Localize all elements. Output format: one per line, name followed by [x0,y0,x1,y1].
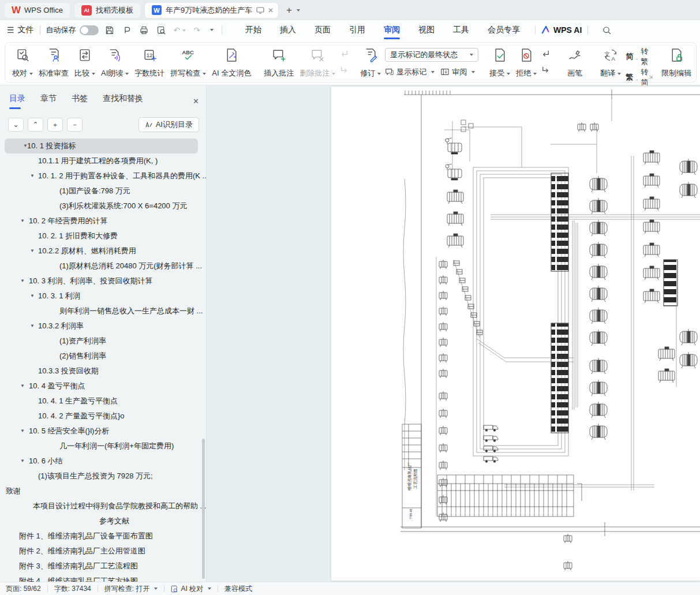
toc-collapse-icon[interactable]: ▼ [30,244,35,259]
tab-list-dropdown-icon[interactable] [297,9,300,12]
close-sidebar-icon[interactable]: ✕ [193,97,199,106]
markup-state-dropdown[interactable]: 显示标记的最终状态 [385,48,478,62]
insert-comment-button[interactable]: 插入批注 [261,45,297,80]
next-comment-icon[interactable] [339,64,349,76]
toc-collapse-icon[interactable]: ▼ [30,319,35,334]
toc-collapse-icon[interactable]: ▼ [20,274,25,289]
spellcheck-status[interactable]: 拼写检查: 打开 [104,584,158,594]
toc-item[interactable]: ▼10. 3. 1 利润 [0,289,200,304]
menu-item-3[interactable]: 引用 [340,21,375,39]
document-page[interactable]: 维维济南乳品厂 工艺流程图 7769-49 [331,87,700,581]
toc-collapse-icon[interactable]: ▼ [30,169,35,184]
expand-all-button[interactable]: ⌃ [28,118,43,132]
to-traditional-button[interactable]: 简→ 转繁 [626,46,649,67]
to-simplified-button[interactable]: 繁→ 转简 [626,67,649,88]
word-count-indicator[interactable]: 字数: 37434 [54,584,91,594]
ai-read-aloud-button[interactable]: AI朗读 [98,45,132,80]
reject-changes-button[interactable]: 拒绝 [513,45,540,80]
toc-item[interactable]: (1)该项目生产总投资为 7928 万元; [0,469,200,484]
search-icon[interactable] [602,25,612,35]
toc-item[interactable]: (1)国产设备:798 万元 [0,184,200,199]
accept-changes-button[interactable]: 接受 [486,45,513,80]
toc-item[interactable]: 本项目设计过程中得到食品学院教授和高工的帮助 ... [0,499,200,514]
toc-item[interactable]: 10.1.1 用于建筑工程的各项费用(K, ) [0,154,200,169]
standard-review-button[interactable]: 标准审查 [36,45,72,80]
redo-icon[interactable]: ↷ [193,25,200,35]
toc-item[interactable]: (1)资产利润率 [0,334,200,349]
sidebar-tab-3[interactable]: 查找和替换 [103,93,143,109]
toc-item[interactable]: 附件 3、维维济南乳品厂工艺流程图 [0,559,200,574]
previous-change-icon[interactable] [541,49,551,61]
undo-icon[interactable]: ↶ [174,25,186,35]
save-icon[interactable] [104,25,114,35]
spell-check-button[interactable]: ABC 拼写检查 [167,45,209,80]
proofread-button[interactable]: 校对 [9,45,36,80]
toc-item[interactable]: ▼10. 4 盈亏平衡点 [0,379,200,394]
sidebar-scrollbar[interactable] [202,439,205,579]
tab-document[interactable]: W 年产9万吨液态奶的生产车间设 ✕ [145,3,278,18]
menu-item-0[interactable]: 开始 [236,21,271,39]
menu-item-6[interactable]: 工具 [444,21,478,39]
toc-item[interactable]: 几一年利润一(年利润+年固定费用) [0,439,200,454]
toc-item[interactable]: (3)利乐枕灌装系统:700 X 6=4200 万元 [0,199,200,214]
toc-item[interactable]: 致谢 [0,484,200,499]
toc-collapse-icon[interactable]: ▼ [20,379,25,394]
group-expander-icon[interactable]: ⇲ [649,74,653,80]
toc-item[interactable]: 10. 2. 1 折旧费和大修费 [0,229,200,244]
delete-comment-button[interactable]: 删除批注 [297,45,338,80]
document-workspace[interactable]: 维维济南乳品厂 工艺流程图 7769-49 [207,85,700,582]
sidebar-tab-1[interactable]: 章节 [40,93,57,109]
review-pane-button[interactable]: 审阅 [440,67,475,77]
page-indicator[interactable]: 页面: 59/62 [6,584,41,594]
compare-button[interactable]: 比较 [72,45,98,80]
file-menu[interactable]: 文件 [18,25,34,35]
menu-item-1[interactable]: 插入 [271,21,305,39]
menu-item-2[interactable]: 页面 [305,21,340,39]
screen-share-icon[interactable] [256,7,264,14]
word-count-button[interactable]: 12 字数统计 [132,45,167,80]
toc-item[interactable]: ▼10. 3 利润、利润率、投资回收期计算 [0,274,200,289]
zoom-in-toc-button[interactable]: ＋ [47,118,63,132]
toc-collapse-icon[interactable]: ▼ [20,214,25,229]
track-changes-button[interactable]: 修订 [357,45,384,80]
toc-item[interactable]: (1)原材料总消耗 20480 万元(财务部计算 ... [0,259,200,274]
autosave-control[interactable]: 自动保存 [46,25,99,35]
menu-item-7[interactable]: 会员专享 [478,21,529,39]
ai-proofread-status[interactable]: AI 校对 [171,584,211,594]
next-change-icon[interactable] [541,64,551,76]
translate-button[interactable]: 文A 翻译 [598,45,623,80]
ink-brush-button[interactable]: 画笔 [559,45,591,80]
restrict-editing-button[interactable]: 限制编辑 [658,45,694,80]
toc-item[interactable]: (2)销售利润率 [0,349,200,364]
toc-item[interactable]: 附件 2、维维济南乳品厂主公用管道图 [0,544,200,559]
new-tab-button[interactable]: + [286,5,292,16]
zoom-out-toc-button[interactable]: － [67,118,83,132]
toc-item[interactable]: 10.3.3 投资回收期 [0,364,200,379]
toc-item[interactable]: 10. 4. 2 产量盈亏平衡点}o [0,409,200,424]
tab-docer-templates[interactable]: AI 找稻壳模板 [74,3,140,18]
show-markup-button[interactable]: 显示标记 [385,67,435,77]
wps-ai-button[interactable]: WPS AI [541,25,582,35]
toc-item[interactable]: 参考文献 [0,514,200,529]
sidebar-tab-0[interactable]: 目录 [9,93,25,109]
toc-item[interactable]: ▼10.2.2 原材料、燃料消耗费用 [0,244,200,259]
toc-collapse-icon[interactable]: ▼ [20,454,25,469]
toc-item[interactable]: 附件 1、维维济南乳品厂设备平面布置图 [0,529,200,544]
toc-item[interactable]: ▼10. 1. 2 用于购置各种设备、工具和器具的费用(K ... [0,169,200,184]
tab-wps-home[interactable]: W WPS Office [5,3,70,18]
toc-item[interactable]: ▼10. 2 年经营费用的计算 [0,214,200,229]
autosave-toggle[interactable] [80,25,99,35]
toc-item[interactable]: 则年利润一销售总收入一生产总成本一财 ... [0,304,200,319]
quickbar-more-icon[interactable] [210,29,214,31]
export-pdf-icon[interactable] [122,25,132,35]
ai-polish-button[interactable]: AI 全文润色 [209,45,254,80]
toc-item[interactable]: ▼10. 6 小结 [0,454,200,469]
close-tab-icon[interactable]: ✕ [268,6,274,14]
print-icon[interactable] [139,25,149,35]
toc-item[interactable]: ▼10.3.2 利润率 [0,319,200,334]
hamburger-icon[interactable]: ☰ [7,25,14,35]
menu-item-4[interactable]: 审阅 [375,21,409,39]
sidebar-tab-2[interactable]: 书签 [72,93,88,109]
toc-collapse-icon[interactable]: ▼ [20,424,25,439]
toc-item[interactable]: ▼10. 1 投资指标 [5,139,198,154]
